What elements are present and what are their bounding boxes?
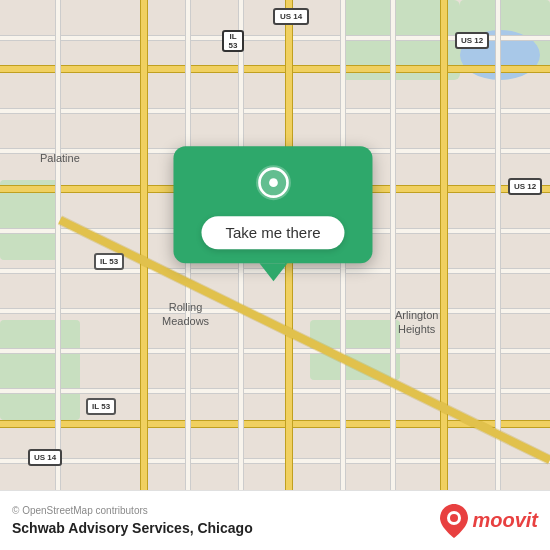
v-road-5 <box>390 0 396 490</box>
popup-tail <box>259 263 287 281</box>
shield-us12-right: US 12 <box>508 178 542 195</box>
v-highway-3 <box>440 0 448 490</box>
green-area-4 <box>0 320 80 420</box>
label-arlington-heights: ArlingtonHeights <box>395 308 438 337</box>
bottom-bar-text: © OpenStreetMap contributors Schwab Advi… <box>12 505 440 536</box>
v-road-6 <box>495 0 501 490</box>
moovit-pin-icon <box>440 504 468 538</box>
shield-il53-left: IL 53 <box>94 253 124 270</box>
moovit-text: moovit <box>472 509 538 532</box>
popup-box: Take me there <box>173 146 372 263</box>
h-highway-3 <box>0 420 550 428</box>
copyright-text: © OpenStreetMap contributors <box>12 505 440 516</box>
svg-point-6 <box>450 514 458 522</box>
label-rolling-meadows: RollingMeadows <box>162 300 209 329</box>
v-road-1 <box>55 0 61 490</box>
shield-il53-top: IL 53 <box>222 30 244 52</box>
label-palatine: Palatine <box>40 152 80 164</box>
shield-us14-top: US 14 <box>273 8 309 25</box>
h-road-8 <box>0 388 550 394</box>
location-title: Schwab Advisory Services, Chicago <box>12 520 440 536</box>
popup-card: Take me there <box>173 146 372 281</box>
h-highway-1 <box>0 65 550 73</box>
svg-point-4 <box>269 178 278 187</box>
h-road-9 <box>0 458 550 464</box>
shield-us14-bottom: US 14 <box>28 449 62 466</box>
bottom-bar: © OpenStreetMap contributors Schwab Advi… <box>0 490 550 550</box>
shield-il53-bottom: IL 53 <box>86 398 116 415</box>
h-road-2 <box>0 108 550 114</box>
shield-us12-top: US 12 <box>455 32 489 49</box>
take-me-there-button[interactable]: Take me there <box>201 216 344 249</box>
moovit-logo: moovit <box>440 504 538 538</box>
h-road-6 <box>0 308 550 314</box>
map-container: Palatine RollingMeadows ArlingtonHeights… <box>0 0 550 490</box>
location-pin-icon <box>252 164 294 206</box>
v-highway-1 <box>140 0 148 490</box>
h-road-7 <box>0 348 550 354</box>
